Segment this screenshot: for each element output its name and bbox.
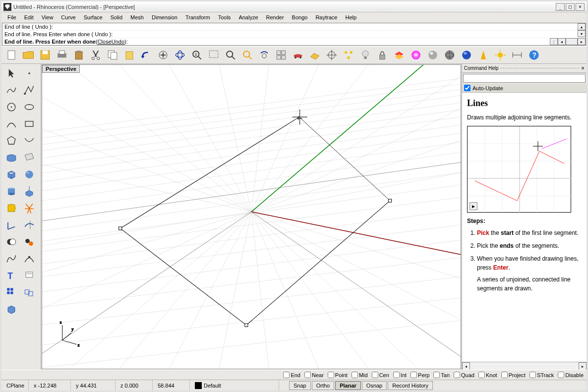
fillet-tool[interactable] [20, 233, 38, 250]
scroll-left-button[interactable]: ◂ [462, 362, 470, 370]
status-record-history[interactable]: Record History [388, 381, 433, 390]
menu-mesh[interactable]: Mesh [126, 13, 148, 21]
panel-close-button[interactable]: × [581, 65, 585, 72]
lock-icon[interactable] [374, 47, 390, 63]
copy[interactable] [105, 47, 120, 63]
surface-loft-tool[interactable] [20, 149, 38, 166]
print[interactable] [54, 47, 70, 63]
menu-render[interactable]: Render [262, 13, 288, 21]
status-layer[interactable]: Default [190, 380, 279, 391]
status-snap-toggle[interactable]: Snap [289, 381, 311, 390]
cylinder-tool[interactable] [2, 183, 20, 200]
4view[interactable] [273, 47, 289, 63]
maximize-button[interactable]: □ [566, 3, 575, 11]
surface-patch-tool[interactable] [2, 149, 20, 166]
scroll-track[interactable] [470, 362, 579, 370]
polyline-tool[interactable] [2, 82, 20, 99]
extrude-tool[interactable] [20, 183, 38, 200]
command-nav-left[interactable]: ◂ [558, 38, 566, 45]
target-icon[interactable] [324, 47, 340, 63]
osnap-near[interactable]: Near [304, 372, 324, 378]
zoom-dynamic[interactable] [223, 47, 238, 63]
perspective-viewport[interactable]: Perspective [42, 64, 461, 369]
curve-fit-tool[interactable] [2, 250, 20, 267]
osnap-mid[interactable]: Mid [352, 372, 368, 378]
flamingo-icon[interactable] [475, 47, 491, 63]
open-file[interactable] [20, 47, 36, 63]
auto-update-checkbox[interactable] [464, 85, 470, 91]
pointer-tool[interactable] [2, 65, 20, 82]
menu-help[interactable]: Help [341, 13, 360, 21]
rectangle-tool[interactable] [20, 115, 38, 132]
array-tool[interactable] [2, 284, 20, 301]
osnap-disable[interactable]: Disable [558, 372, 584, 378]
blank-tool[interactable] [20, 301, 38, 318]
command-scroll-down[interactable]: ▾ [578, 30, 586, 37]
osnap-tan[interactable]: Tan [433, 372, 450, 378]
explode-tool[interactable] [20, 200, 38, 217]
dim-tool-tool[interactable] [2, 217, 20, 233]
zoom-undo[interactable] [256, 47, 272, 63]
layers-icon[interactable] [391, 47, 407, 63]
circle-arc-tool[interactable] [20, 99, 38, 115]
save-file[interactable] [37, 47, 53, 63]
render-wire[interactable] [442, 47, 458, 63]
command-history-toggle[interactable]: ⋮ [550, 38, 558, 45]
help-search-input[interactable] [463, 74, 586, 83]
clipboard[interactable] [121, 47, 137, 63]
osnap-project[interactable]: Project [501, 372, 526, 378]
osnap-cen[interactable]: Cen [372, 372, 389, 378]
materials-icon[interactable] [408, 47, 424, 63]
puzzle-tool[interactable] [2, 200, 20, 217]
status-planar-toggle[interactable]: Planar [335, 381, 361, 390]
command-nav-right[interactable]: ▸ [578, 38, 586, 45]
menu-surface[interactable]: Surface [80, 13, 107, 21]
hatch-tool[interactable] [2, 301, 20, 318]
minimize-button[interactable]: _ [556, 3, 565, 11]
menu-transform[interactable]: Transform [181, 13, 214, 21]
command-scroll-up[interactable]: ▴ [578, 23, 586, 30]
annotation-tool[interactable] [20, 267, 38, 284]
command-option-close[interactable]: Close [98, 39, 112, 45]
circle-tool[interactable] [2, 99, 20, 115]
render-shaded[interactable] [425, 47, 441, 63]
menu-raytrace[interactable]: Raytrace [311, 13, 341, 21]
trim-tool[interactable] [20, 217, 38, 233]
osnap-quad[interactable]: Quad [454, 372, 474, 378]
osnap-point[interactable]: Point [328, 372, 348, 378]
box-tool[interactable] [2, 166, 20, 183]
scroll-right-button[interactable]: ▸ [579, 362, 587, 370]
menu-edit[interactable]: Edit [20, 13, 38, 21]
help-icon[interactable]: ? [526, 47, 542, 63]
command-prompt[interactable]: End of line. Press Enter when done ( Clo… [2, 38, 586, 45]
new-file[interactable] [3, 47, 19, 63]
boolean-tool[interactable] [2, 233, 20, 250]
status-osnap-toggle[interactable]: Osnap [362, 381, 387, 390]
zoom-extents[interactable]: ± [189, 47, 205, 63]
menu-solid[interactable]: Solid [107, 13, 126, 21]
osnap-int[interactable]: Int [393, 372, 407, 378]
paste[interactable] [71, 47, 87, 63]
osnap-perp[interactable]: Perp [411, 372, 429, 378]
menu-analyze[interactable]: Analyze [235, 13, 262, 21]
cut[interactable] [88, 47, 104, 63]
osnap-knot[interactable]: Knot [478, 372, 497, 378]
viewport-label[interactable]: Perspective [42, 65, 80, 73]
bulb-icon[interactable] [357, 47, 373, 63]
sphere-tool[interactable] [20, 166, 38, 183]
zoom-window[interactable] [206, 47, 222, 63]
polygon-tool[interactable] [2, 132, 20, 149]
arc-tool[interactable] [2, 115, 20, 132]
command-option-undo[interactable]: Undo [112, 39, 124, 45]
render-blue[interactable] [459, 47, 474, 63]
cplane-icon[interactable] [307, 47, 323, 63]
dim-icon[interactable] [509, 47, 525, 63]
curve-edit-tool[interactable] [20, 250, 38, 267]
menu-curve[interactable]: Curve [57, 13, 79, 21]
options-icon[interactable] [492, 47, 508, 63]
menu-tools[interactable]: Tools [214, 13, 235, 21]
zoom-selected[interactable] [239, 47, 255, 63]
help-play-button[interactable]: ▸ [470, 202, 477, 210]
redo-pan[interactable] [155, 47, 171, 63]
close-button[interactable]: × [576, 3, 585, 11]
